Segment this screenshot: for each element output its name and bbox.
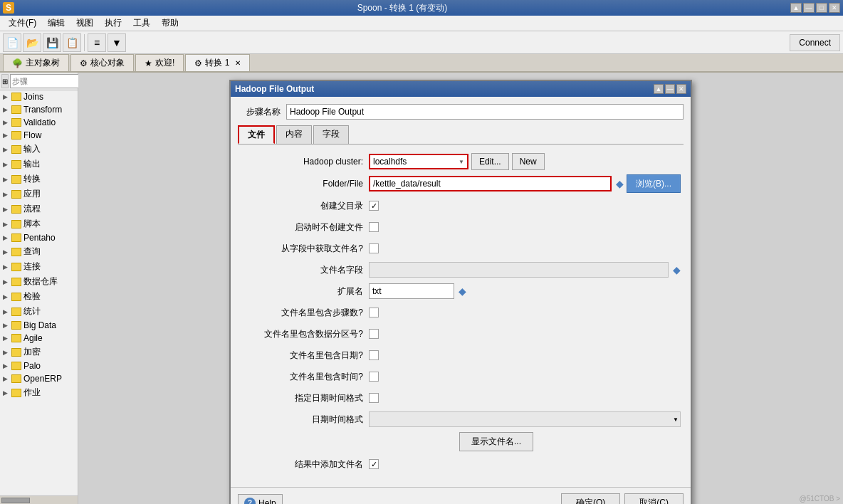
tree-item-openerp[interactable]: ▶ OpenERP [0,372,78,385]
extension-input[interactable] [369,283,454,299]
datetime-format-input: ▼ [369,411,681,427]
sub-tab-fields[interactable]: 字段 [313,125,349,144]
ok-button[interactable]: 确定(O) [561,493,620,504]
titlebar-close-btn[interactable]: ✕ [829,3,840,13]
dialog-minimize-btn[interactable]: — [665,84,675,94]
titlebar-up-btn[interactable]: ▲ [790,3,802,13]
folder-icon-pentaho [11,233,21,242]
tab-transform[interactable]: ⚙ 转换 1 ✕ [185,54,250,71]
toolbar: 📄 📂 💾 📋 ≡ ▼ Connect [0,31,843,54]
tree-item-apply[interactable]: ▶ 应用 [0,187,78,201]
cancel-button[interactable]: 取消(C) [624,493,684,504]
titlebar-minimize-btn[interactable]: — [803,3,815,13]
folder-file-row: Folder/File ◆ 浏览(B)... [241,174,681,193]
tree-item-validation[interactable]: ▶ Validatio [0,116,78,129]
add-filename-row: 结果中添加文件名 [241,456,681,473]
menu-file[interactable]: 文件(F) [3,16,42,31]
sub-tab-file[interactable]: 文件 [238,125,275,144]
folder-icon-process [11,205,21,214]
tree-item-warehouse[interactable]: ▶ 数据仓库 [0,274,78,289]
filename-from-field-checkbox[interactable] [369,243,379,253]
help-button[interactable]: ? Help [238,494,283,505]
include-date-checkbox[interactable] [369,350,379,360]
tab-main-tree[interactable]: 🌳 主对象树 [3,54,69,71]
step-count-checkbox[interactable] [369,308,379,317]
tree-item-query[interactable]: ▶ 查询 [0,244,78,259]
menu-run[interactable]: 执行 [99,16,127,31]
step-name-input[interactable] [286,104,684,120]
left-panel-scrollbar[interactable] [0,495,78,504]
menu-tools[interactable]: 工具 [127,16,156,31]
tree-item-input[interactable]: ▶ 输入 [0,142,78,157]
tree-item-convert[interactable]: ▶ 转换 [0,172,78,187]
menu-view[interactable]: 视图 [70,16,99,31]
tree-item-transform[interactable]: ▶ Transform [0,103,78,116]
tree-arrow-stats: ▶ [3,308,11,315]
toolbar-save-btn[interactable]: 💾 [43,33,61,52]
toolbar-saveas-btn[interactable]: 📋 [63,33,81,52]
tree-item-stats[interactable]: ▶ 统计 [0,304,78,319]
connect-button[interactable]: Connect [790,34,840,51]
toolbar-dropdown-btn[interactable]: ▼ [108,33,126,52]
tree-item-agile[interactable]: ▶ Agile [0,332,78,345]
tree-arrow-joins: ▶ [3,93,11,100]
specify-datetime-label: 指定日期时间格式 [241,392,369,404]
sub-tabbar: 文件 内容 字段 [238,125,684,145]
edit-button[interactable]: Edit... [471,153,509,170]
tab-close-icon[interactable]: ✕ [235,59,241,67]
tree-item-script[interactable]: ▶ 脚本 [0,216,78,231]
specify-datetime-checkbox[interactable] [369,393,379,403]
tree-item-palo[interactable]: ▶ Palo [0,359,78,372]
dialog-up-btn[interactable]: ▲ [654,84,664,94]
tree-item-joins[interactable]: ▶ Joins [0,90,78,103]
create-parent-checkbox[interactable] [369,201,379,211]
tree-arrow-query: ▶ [3,248,11,256]
tree-item-bigdata[interactable]: ▶ Big Data [0,319,78,332]
app-title: Spoon - 转换 1 (有变动) [14,2,790,14]
sub-tab-content[interactable]: 内容 [276,125,312,144]
tree-item-process[interactable]: ▶ 流程 [0,201,78,216]
tab-core-objects[interactable]: ⚙ 核心对象 [70,54,134,71]
titlebar-controls: ▲ — □ ✕ [790,3,840,13]
tree-item-pentaho[interactable]: ▶ Pentaho [0,231,78,244]
menu-edit[interactable]: 编辑 [42,16,70,31]
filename-field-row: 文件名字段 ◆ [241,261,681,278]
tree-item-verify[interactable]: ▶ 检验 [0,289,78,304]
titlebar-maximize-btn[interactable]: □ [816,3,827,13]
toolbar-layers-btn[interactable]: ≡ [88,33,106,52]
tab-welcome[interactable]: ★ 欢迎! [135,54,184,71]
create-parent-row: 创建父目录 [241,197,681,214]
add-filename-checkbox[interactable] [369,459,379,469]
scroll-thumb[interactable] [1,498,30,503]
partition-checkbox[interactable] [369,329,379,339]
specify-datetime-row: 指定日期时间格式 [241,389,681,406]
include-time-checkbox[interactable] [369,372,379,382]
folder-file-input[interactable] [369,176,612,191]
expand-tree-btn[interactable]: ⊞ [1,74,9,88]
hadoop-cluster-select[interactable]: localhdfs ▼ [369,154,468,169]
tree-item-connect[interactable]: ▶ 连接 [0,259,78,274]
dialog-titlebar: Hadoop File Output ▲ — ✕ [231,81,691,97]
toolbar-open-btn[interactable]: 📂 [23,33,41,52]
menu-help[interactable]: 帮助 [156,16,184,31]
filename-field-control: ◆ [369,262,681,278]
show-files-button[interactable]: 显示文件名... [459,432,533,451]
no-create-checkbox[interactable] [369,222,379,232]
folder-icon-script [11,220,21,229]
new-button[interactable]: New [512,153,545,170]
dropdown-arrow-icon: ▼ [673,416,679,423]
step-tree: ▶ Joins ▶ Transform ▶ Validatio ▶ Flow ▶ [0,90,78,495]
filename-from-field-label: 从字段中获取文件名? [241,243,369,255]
browse-button[interactable]: 浏览(B)... [627,174,681,193]
tree-item-crypto[interactable]: ▶ 加密 [0,345,78,359]
dialog-close-btn[interactable]: ✕ [676,84,686,94]
tree-item-flow[interactable]: ▶ Flow [0,129,78,142]
step-count-control [369,308,681,317]
tree-item-output[interactable]: ▶ 输出 [0,157,78,172]
help-circle-icon: ? [244,498,256,505]
tree-item-job[interactable]: ▶ 作业 [0,385,78,400]
toolbar-new-btn[interactable]: 📄 [3,33,21,52]
include-time-label: 文件名里包含时间? [241,371,369,383]
transform-icon: ⚙ [194,58,202,68]
select-arrow-icon: ▼ [459,159,464,165]
